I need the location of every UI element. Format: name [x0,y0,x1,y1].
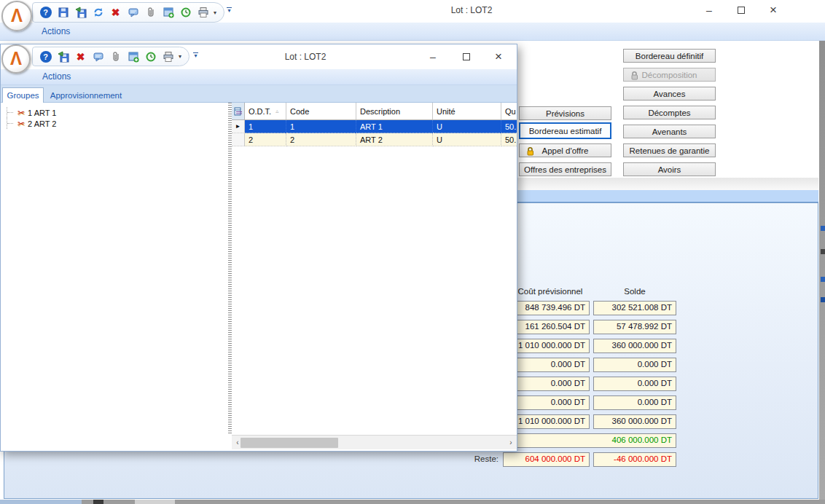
refresh-icon[interactable] [91,6,105,20]
grid-customize-icon[interactable] [232,103,245,119]
save-icon[interactable] [56,6,70,20]
tree-item[interactable]: 2 ART 2 [1,118,228,129]
summary-field: 0.000 DT [593,377,676,391]
lock-icon [630,71,639,80]
reste-solde-field: -46 000.000 DT [593,452,676,467]
bordereau-definitif-button[interactable]: Bordereau définitif [623,49,716,63]
reste-label: Reste: [447,454,498,463]
tab-approvisionnement[interactable]: Approvisionnement [46,87,126,103]
grid-cell: U [433,120,501,133]
grid-cell: 50. [501,133,517,146]
main-window-title: Lot : LOT2 [406,5,537,15]
history-icon[interactable] [179,6,192,20]
avoirs-button[interactable]: Avoirs [623,162,716,176]
offres-entreprises-button[interactable]: Offres des entreprises [519,162,611,176]
decomposition-label: Décomposition [641,71,697,79]
summary-field: 302 521.008 DT [593,301,676,315]
child-page-tabs: Groupes Approvisionnement [1,85,517,103]
child-close-button[interactable] [488,50,509,64]
row-indicator-arrow [232,120,245,133]
print-dropdown-arrow[interactable] [214,9,216,16]
main-ribbon: Actions [0,23,825,41]
child-toolbar-overflow-icon[interactable] [193,51,198,58]
help-icon[interactable] [39,6,52,20]
col-header-odt[interactable]: O.D.T. [245,103,286,119]
print-icon[interactable] [196,6,210,20]
delete-icon[interactable] [74,50,87,63]
grid-row[interactable]: 2 2 ART 2 U 50. [232,133,517,146]
grid-cell: ART 2 [356,133,433,146]
main-toolbar-overflow-icon[interactable] [227,6,232,12]
summary-field: 360 000.000 DT [593,339,676,353]
print-icon[interactable] [161,50,175,63]
main-tab-actions[interactable]: Actions [42,26,70,36]
help-icon[interactable] [39,50,52,63]
grid-cell: U [433,133,501,146]
main-close-button[interactable] [762,3,784,17]
col-header-label: O.D.T. [249,107,271,116]
reste-cout-field: 604 000.000 DT [503,452,590,467]
edge-icon [821,226,825,231]
scrollbar-thumb[interactable] [241,438,338,448]
summary-field: 360 000.000 DT [593,414,676,429]
bottom-edge-strip [0,500,825,504]
summary-field: 0.000 DT [515,377,590,391]
main-minimize-button[interactable] [698,3,720,17]
avances-button[interactable]: Avances [623,87,716,101]
tree-item[interactable]: 1 ART 1 [1,107,228,118]
grid-cell: 1 [245,120,286,133]
summary-header-cout: Coût prévisionnel [510,287,590,296]
save-as-icon[interactable] [56,50,70,63]
attachment-icon[interactable] [109,50,122,63]
add-form-icon[interactable] [126,50,140,63]
child-tab-actions[interactable]: Actions [42,71,71,82]
edge-icon [821,249,825,254]
grid-horizontal-scrollbar[interactable] [232,435,517,449]
attachment-icon[interactable] [144,6,157,20]
comment-icon[interactable] [91,50,105,63]
col-header-code[interactable]: Code [286,103,356,119]
delete-icon[interactable] [109,6,122,20]
grid-header-row: O.D.T. Code Description Unité Qu [232,103,517,120]
col-header-quantite[interactable]: Qu [501,103,517,119]
tab-groupes[interactable]: Groupes [2,87,44,103]
avenants-button[interactable]: Avenants [623,125,716,138]
main-quick-access-toolbar [32,2,224,23]
grid-cell: 2 [245,133,286,146]
appel-offre-button[interactable]: Appel d'offre [519,143,611,157]
col-header-unite[interactable]: Unité [433,103,501,119]
scroll-right-arrow[interactable] [505,436,517,449]
decomptes-button[interactable]: Décomptes [623,106,716,119]
previsions-button[interactable]: Prévisions [519,106,611,120]
group-scissors-icon [17,119,25,129]
app-logo-icon[interactable]: Λ [1,44,31,74]
print-dropdown-arrow[interactable] [179,53,181,60]
sort-ascending-icon [275,108,278,114]
decomposition-button[interactable]: Décomposition [623,68,716,82]
history-icon[interactable] [144,50,157,63]
app-logo-icon[interactable]: Λ [1,1,32,31]
grid-cell: ART 1 [356,120,433,133]
summary-total-field: 406 000.000 DT [514,433,676,448]
edge-icon [821,277,825,282]
summary-header-solde: Solde [593,287,676,296]
tree-connector [7,107,17,118]
grid-cell: 50. [501,120,517,133]
bordereau-estimatif-button[interactable]: Bordereau estimatif [519,122,611,139]
summary-field: 0.000 DT [515,358,590,372]
retenues-garantie-button[interactable]: Retenues de garantie [623,143,716,157]
save-as-icon[interactable] [74,6,87,20]
grid-row-selected[interactable]: 1 1 ART 1 U 50. [232,120,517,133]
col-header-description[interactable]: Description [356,103,433,119]
child-maximize-button[interactable] [455,50,477,64]
add-form-icon[interactable] [161,6,175,20]
child-ribbon: Actions [1,69,517,85]
summary-field: 0.000 DT [593,358,676,372]
summary-field: 1 010 000.000 DT [515,339,590,353]
tree-item-label: 2 ART 2 [28,119,56,128]
child-minimize-button[interactable] [422,50,444,64]
comment-icon[interactable] [126,6,140,20]
main-maximize-button[interactable] [730,3,752,17]
appel-offre-label: Appel d'offre [541,146,588,155]
edge-icon [821,297,825,302]
